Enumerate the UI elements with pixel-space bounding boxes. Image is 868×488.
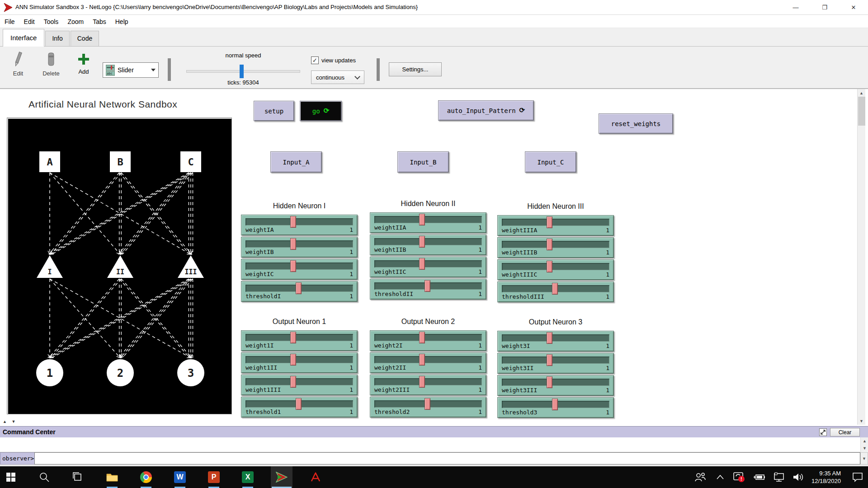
auto-input-pattern-label: auto_Input_Pattern (447, 107, 516, 114)
slider-weightIIB[interactable]: weightIIB1 (370, 235, 486, 255)
input-c-button[interactable]: Input_C (525, 151, 576, 173)
scroll-up-icon[interactable]: ▲ (858, 89, 865, 97)
windows-logo-icon (6, 473, 15, 482)
slider-threshold2[interactable]: threshold21 (370, 397, 486, 418)
slider-weightIIC[interactable]: weightIIC1 (370, 257, 486, 277)
slider-track (245, 378, 353, 385)
view-updates-toggle[interactable]: ✓ view updates (311, 56, 356, 64)
taskbar-file-explorer[interactable] (101, 466, 123, 488)
history-dropdown-icon[interactable]: ▼ (860, 452, 868, 465)
slider-weight1I[interactable]: weight1I1 (241, 330, 358, 351)
menu-zoom[interactable]: Zoom (63, 18, 88, 25)
model-title: Artificial Neural Network Sandbox (28, 99, 177, 110)
tray-battery-button[interactable] (749, 466, 769, 488)
scroll-down-icon[interactable]: ▼ (861, 445, 868, 452)
taskbar-clock[interactable]: 9:35 AM 12/18/2020 (811, 469, 841, 485)
slider-track (245, 285, 353, 292)
slider-weight2III[interactable]: weight2III1 (370, 375, 486, 395)
speed-slider-handle[interactable] (240, 65, 244, 78)
start-button[interactable] (0, 466, 22, 488)
scroll-down-icon[interactable]: ▼ (858, 417, 865, 425)
edit-tool[interactable]: Edit (8, 50, 28, 77)
taskbar-acrobat[interactable] (305, 466, 326, 488)
delete-tool[interactable]: Delete (39, 50, 63, 77)
menu-help[interactable]: Help (111, 18, 133, 25)
slider-weightIIIB[interactable]: weightIIIB1 (497, 237, 614, 258)
slider-label: weight1III (245, 386, 281, 393)
menu-tools[interactable]: Tools (39, 18, 63, 25)
settings-button[interactable]: Settings... (389, 62, 442, 76)
taskbar-chrome[interactable] (135, 466, 157, 488)
slider-weight2II[interactable]: weight2II1 (370, 352, 486, 373)
input-b-button[interactable]: Input_B (397, 151, 449, 173)
security-alert-icon: ! (733, 471, 745, 483)
slider-label: weight1I (245, 342, 274, 349)
slider-weight1II[interactable]: weight1II1 (241, 352, 358, 373)
slider-weightIA[interactable]: weightIA1 (241, 215, 358, 235)
taskbar-search-button[interactable] (33, 466, 55, 488)
slider-thresholdIII[interactable]: thresholdIII1 (497, 282, 614, 302)
taskbar-netlogo[interactable] (271, 466, 292, 488)
slider-weightIC[interactable]: weightIC1 (241, 259, 358, 280)
auto-input-pattern-button[interactable]: auto_Input_Pattern ⟳ (438, 100, 534, 121)
task-view-button[interactable] (67, 466, 89, 488)
slider-weightIIIA[interactable]: weightIIIA1 (497, 215, 614, 236)
add-tool[interactable]: Add (73, 50, 94, 75)
tray-security-button[interactable]: ! (729, 466, 749, 488)
command-output-scrollbar[interactable]: ▲ ▼ (860, 437, 868, 452)
slider-track (502, 379, 609, 386)
slider-weight3II[interactable]: weight3II1 (497, 353, 614, 374)
menu-edit[interactable]: Edit (19, 18, 39, 25)
slider-track (374, 356, 482, 363)
taskbar-excel[interactable]: X (237, 466, 259, 488)
scroll-up-icon[interactable]: ▲ (861, 437, 868, 445)
tray-expand-button[interactable] (711, 466, 729, 488)
slider-weight3I[interactable]: weight3I1 (497, 331, 614, 352)
taskbar-word[interactable]: W (169, 466, 191, 488)
command-center-splitter[interactable]: ▲ ▼ (3, 419, 17, 424)
tray-network-button[interactable] (769, 466, 789, 488)
update-mode-dropdown[interactable]: continuous (311, 70, 364, 84)
close-button[interactable]: ✕ (839, 0, 868, 14)
slider-weight2I[interactable]: weight2I1 (370, 330, 486, 351)
scrollbar-thumb[interactable] (858, 97, 865, 126)
tab-code[interactable]: Code (71, 31, 99, 46)
search-icon (39, 472, 49, 482)
go-label: go (312, 108, 320, 115)
menu-tabs[interactable]: Tabs (88, 18, 111, 25)
slider-group-title: Output Neuron 3 (497, 318, 614, 326)
minimize-button[interactable]: — (781, 0, 810, 14)
slider-weightIIA[interactable]: weightIIA1 (370, 212, 486, 233)
slider-thresholdII[interactable]: thresholdII1 (370, 279, 486, 300)
slider-label: weight3II (502, 365, 533, 371)
menu-file[interactable]: File (0, 18, 19, 25)
interface-scrollbar[interactable]: ▲ ▼ (857, 89, 865, 425)
taskbar-powerpoint[interactable]: P (203, 466, 225, 488)
input-a-button[interactable]: Input_A (270, 151, 322, 173)
tab-info[interactable]: Info (45, 31, 69, 46)
slider-weightIIIC[interactable]: weightIIIC1 (497, 259, 614, 280)
slider-track (245, 240, 353, 248)
setup-button[interactable]: setup (254, 101, 294, 121)
slider-weight1III[interactable]: weight1III1 (241, 375, 358, 395)
go-button[interactable]: go ⟳ (300, 101, 342, 121)
tray-volume-button[interactable] (789, 466, 809, 488)
slider-weightIB[interactable]: weightIB1 (241, 237, 358, 258)
slider-track (374, 260, 482, 267)
slider-track (245, 356, 353, 363)
clear-button[interactable]: Clear (830, 428, 860, 436)
command-center-output[interactable] (0, 437, 860, 452)
slider-thresholdI[interactable]: thresholdI1 (241, 281, 358, 302)
action-center-button[interactable] (847, 466, 868, 488)
tab-interface[interactable]: Interface (3, 29, 44, 47)
widget-chooser[interactable]: abc Slider (103, 62, 159, 78)
slider-threshold3[interactable]: threshold31 (497, 397, 614, 418)
people-button[interactable] (689, 466, 711, 488)
detach-icon[interactable] (819, 428, 827, 436)
slider-threshold1[interactable]: threshold11 (241, 397, 358, 418)
maximize-button[interactable]: ❐ (810, 0, 839, 14)
reset-weights-button[interactable]: reset_weights (599, 113, 673, 134)
command-input[interactable] (34, 452, 860, 465)
ticks-counter: ticks: 95304 (186, 79, 300, 86)
slider-weight3III[interactable]: weight3III1 (497, 375, 614, 396)
